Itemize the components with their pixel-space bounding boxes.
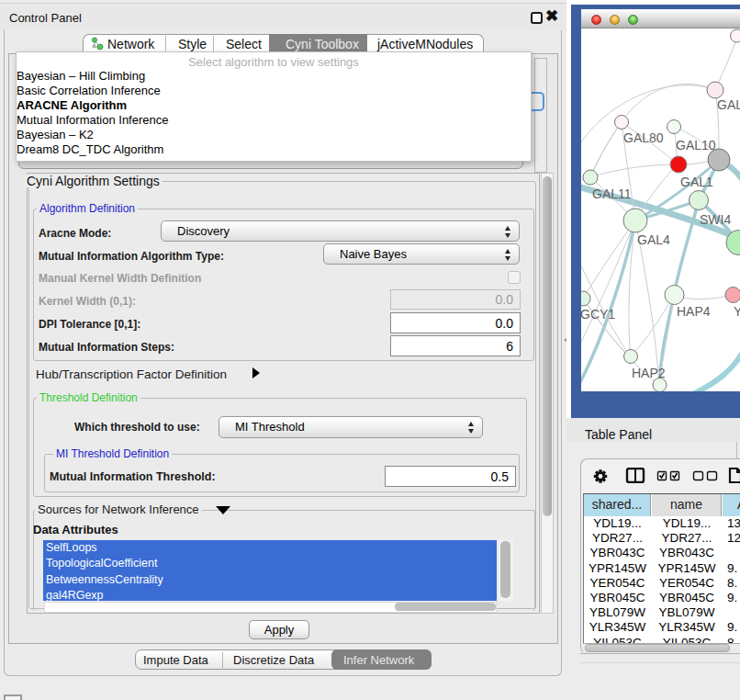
svg-text:GAL80: GAL80 (623, 130, 664, 145)
svg-text:GAL7: GAL7 (717, 97, 740, 112)
svg-text:GAL10: GAL10 (676, 138, 716, 152)
svg-text:GAL1: GAL1 (680, 175, 713, 189)
svg-text:Y: Y (734, 304, 740, 319)
svg-text:HAP2: HAP2 (632, 366, 666, 380)
svg-text:GAL4: GAL4 (637, 232, 670, 247)
svg-text:GCY1: GCY1 (581, 307, 615, 322)
svg-text:SWI4: SWI4 (700, 212, 731, 227)
svg-text:GAL11: GAL11 (592, 186, 632, 201)
svg-text:HAP4: HAP4 (677, 304, 711, 319)
